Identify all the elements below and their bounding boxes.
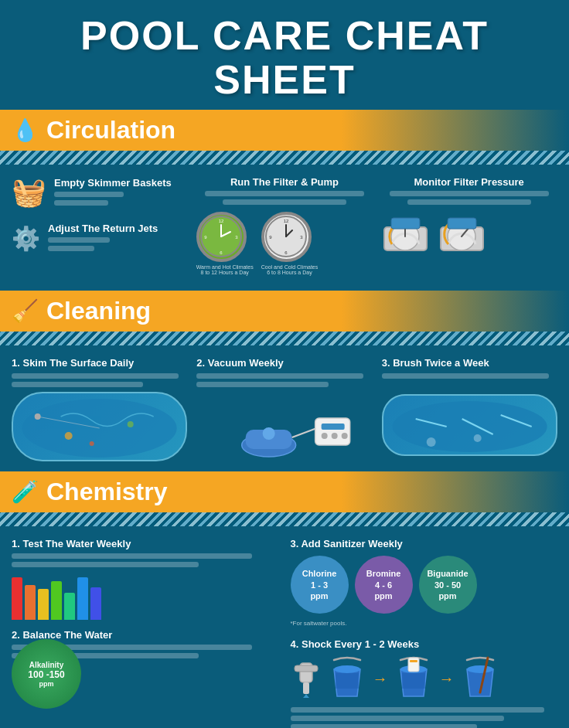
vacuum-item: 2. Vacuum Weekly <box>196 357 372 464</box>
svg-text:12: 12 <box>283 219 288 223</box>
pressure-line2 <box>407 199 531 205</box>
rope-divider-1 <box>0 151 569 165</box>
chemistry-right: 3. Add Sanitizer Weekly Chlorine 1 - 3 p… <box>291 538 558 728</box>
bucket2 <box>394 654 433 703</box>
bucket3 <box>461 654 499 703</box>
clock-warm: 12 3 6 9 <box>196 212 247 262</box>
svg-rect-44 <box>336 673 359 689</box>
svg-rect-42 <box>303 682 309 694</box>
strip5 <box>64 593 75 620</box>
gauge2-svg <box>437 212 487 254</box>
brush-line1 <box>382 373 549 379</box>
rope-divider-2 <box>0 332 569 345</box>
pool-brush-illustration <box>382 394 557 456</box>
balance-water-section: 2. Balance The Water Alkalinity 100 -150… <box>12 629 279 728</box>
svg-rect-33 <box>322 424 345 430</box>
shock-title: 4. Shock Every 1 - 2 Weeks <box>291 638 558 650</box>
clock-warm-label: Warm and Hot Climates8 to 12 Hours a Day <box>196 264 254 275</box>
svg-rect-47 <box>408 658 419 672</box>
filter-line1 <box>205 191 364 196</box>
skim-label: 1. Skim The Surface Daily <box>12 357 187 369</box>
cleaning-title: Cleaning <box>46 297 151 325</box>
strip4 <box>51 581 62 620</box>
vacuum-line1 <box>196 373 363 379</box>
svg-point-30 <box>263 427 275 440</box>
svg-point-38 <box>426 437 435 447</box>
filter-pressure-label: Monitor Filter Pressure <box>380 176 557 188</box>
chlorine-circle: Chlorine 1 - 3 ppm <box>291 556 349 614</box>
shock-section: 4. Shock Every 1 - 2 Weeks <box>291 638 558 728</box>
biguanide-circle: Biguanide 30 - 50 ppm <box>419 556 477 614</box>
strip6 <box>77 577 88 620</box>
filter-pressure-item: Monitor Filter Pressure <box>380 176 557 275</box>
return-jets-line2 <box>48 246 94 251</box>
svg-rect-41 <box>295 665 318 672</box>
svg-text:12: 12 <box>218 219 223 223</box>
skim-line2 <box>12 382 143 387</box>
svg-point-37 <box>392 401 547 452</box>
svg-point-39 <box>473 434 481 442</box>
sanitizer-note: *For saltwater pools. <box>291 620 558 627</box>
skimmer-item: 🧺 Empty Skimmer Baskets ⚙️ Adjust The Re… <box>12 176 189 275</box>
vacuum-illustration <box>196 407 372 464</box>
chemistry-banner: 🧪 Chemistry <box>0 471 569 512</box>
test-water-title: 1. Test The Water Weekly <box>12 538 279 549</box>
sanitizer-title: 3. Add Sanitizer Weekly <box>291 538 558 549</box>
strip1 <box>12 577 22 620</box>
faucet-icon <box>291 659 322 698</box>
return-jets-icon: ⚙️ <box>12 225 40 252</box>
circulation-icon: 💧 <box>12 117 39 143</box>
chemistry-icon: 🧪 <box>12 479 39 505</box>
svg-point-25 <box>90 441 94 446</box>
pool-skim-illustration <box>12 392 187 461</box>
shock-line1 <box>291 707 544 713</box>
circulation-banner: 💧 Circulation <box>0 110 569 151</box>
filter-pump-label: Run The Filter & Pump <box>196 176 373 188</box>
svg-point-24 <box>128 421 134 427</box>
svg-rect-46 <box>402 673 425 689</box>
bucket1 <box>328 654 366 703</box>
svg-point-34 <box>322 433 328 439</box>
svg-point-27 <box>35 413 41 420</box>
shock-line2 <box>291 716 504 721</box>
clock-cool: 12 3 6 9 <box>261 212 312 262</box>
shock-line3 <box>291 724 478 728</box>
strip3 <box>38 589 49 620</box>
circulation-title: Circulation <box>46 116 175 145</box>
bucket3-svg <box>461 654 499 700</box>
header: POOL CARE CHEAT SHEET <box>0 0 569 110</box>
filter-line2 <box>223 199 346 205</box>
clock-cool-label: Cool and Cold Climates6 to 8 Hours a Day <box>261 264 319 275</box>
brush-label: 3. Brush Twice a Week <box>382 357 557 369</box>
skimmer-line2 <box>54 200 108 206</box>
page-title: POOL CARE CHEAT SHEET <box>8 14 561 102</box>
filter-pump-item: Run The Filter & Pump 12 3 6 9 <box>196 176 373 275</box>
cleaning-icon: 🧹 <box>12 298 39 324</box>
chemistry-title: Chemistry <box>46 478 168 506</box>
skimmer-label: Empty Skimmer Baskets <box>54 177 172 189</box>
strip7 <box>90 587 101 620</box>
vacuum-label: 2. Vacuum Weekly <box>196 357 372 369</box>
skimmer-icon: 🧺 <box>12 176 46 209</box>
return-jets-line1 <box>48 237 110 243</box>
gauge1-svg <box>380 212 431 254</box>
return-jets-label: Adjust The Return Jets <box>48 223 158 234</box>
test-water-section: 1. Test The Water Weekly <box>12 538 279 620</box>
circulation-content: 🧺 Empty Skimmer Baskets ⚙️ Adjust The Re… <box>0 165 569 291</box>
chemistry-left: 1. Test The Water Weekly 2. <box>12 538 279 728</box>
skim-line1 <box>12 373 179 379</box>
brush-item: 3. Brush Twice a Week <box>382 357 557 464</box>
svg-rect-48 <box>410 660 417 662</box>
svg-rect-17 <box>391 218 420 229</box>
arrow-right-2: → <box>439 670 455 688</box>
svg-point-49 <box>467 665 493 673</box>
shock-illustration: → → <box>291 654 558 703</box>
test-line2 <box>12 562 199 567</box>
cleaning-banner: 🧹 Cleaning <box>0 291 569 332</box>
bucket2-svg <box>394 654 433 700</box>
arrow-right-1: → <box>373 670 388 688</box>
alkalinity-circle: Alkalinity 100 -150 ppm <box>12 662 89 709</box>
test-line1 <box>12 553 252 559</box>
svg-point-23 <box>65 432 73 440</box>
svg-point-35 <box>332 433 338 439</box>
